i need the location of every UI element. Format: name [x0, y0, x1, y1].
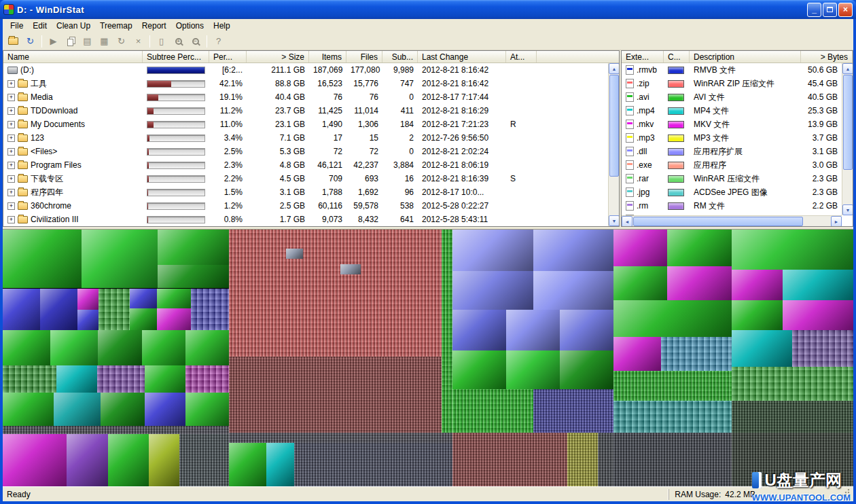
- treemap-block[interactable]: [3, 289, 40, 330]
- dir-column-header[interactable]: Name: [3, 51, 143, 62]
- dir-column-header[interactable]: Subtree Perc...: [143, 51, 209, 62]
- treemap-block[interactable]: [67, 434, 108, 486]
- treemap-block[interactable]: [185, 393, 229, 427]
- treemap-block[interactable]: [157, 289, 191, 308]
- zoom-out-button[interactable]: −: [188, 34, 203, 49]
- expand-toggle[interactable]: +: [7, 107, 15, 115]
- table-row[interactable]: +Media19.1%40.4 GB767602012-8-17 7:17:44: [3, 90, 608, 104]
- expand-toggle[interactable]: +: [7, 94, 15, 101]
- treemap-block[interactable]: [506, 310, 560, 350]
- dir-column-header[interactable]: Per...: [209, 51, 247, 62]
- treemap-block[interactable]: [732, 433, 853, 486]
- treemap-block[interactable]: [452, 389, 533, 433]
- treemap-block[interactable]: [613, 433, 732, 486]
- treemap-block[interactable]: [613, 371, 732, 401]
- treemap-block[interactable]: [613, 337, 661, 371]
- scrollbar-thumb[interactable]: [843, 75, 853, 170]
- scrollbar-thumb[interactable]: [609, 75, 619, 177]
- treemap-block[interactable]: [294, 443, 452, 486]
- treemap-block[interactable]: [452, 310, 506, 350]
- table-row[interactable]: .aviAVI 文件40.5 GB: [622, 90, 842, 104]
- scroll-down-arrow[interactable]: ▼: [609, 215, 620, 226]
- treemap-block[interactable]: [101, 393, 145, 427]
- treemap-block[interactable]: [732, 401, 853, 433]
- resize-grip[interactable]: [842, 488, 850, 497]
- table-row[interactable]: .rmRM 文件2.2 GB: [622, 199, 842, 213]
- table-row[interactable]: .rmvbRMVB 文件50.6 GB: [622, 63, 842, 77]
- treemap-block[interactable]: [179, 434, 229, 486]
- treemap-block[interactable]: [732, 367, 853, 401]
- menu-item-report[interactable]: Report: [137, 20, 171, 32]
- dir-column-header[interactable]: > Size: [247, 51, 309, 62]
- treemap-block[interactable]: [286, 249, 303, 259]
- treemap-block[interactable]: [191, 289, 229, 330]
- treemap-block[interactable]: [452, 433, 567, 486]
- maximize-button[interactable]: [823, 3, 837, 17]
- treemap-block[interactable]: [82, 230, 157, 288]
- table-row[interactable]: +TDDownload11.2%23.7 GB11,42511,01441120…: [3, 104, 608, 118]
- treemap-block[interactable]: [667, 266, 732, 300]
- close-button[interactable]: ×: [838, 3, 853, 17]
- extension-horizontal-scrollbar[interactable]: ◄ ►: [622, 215, 842, 226]
- table-row[interactable]: .mp4MP4 文件25.3 GB: [622, 104, 842, 118]
- treemap-block[interactable]: [613, 266, 667, 300]
- expand-toggle[interactable]: +: [7, 202, 15, 210]
- treemap-block[interactable]: [185, 365, 229, 392]
- treemap-block[interactable]: [783, 270, 853, 300]
- table-row[interactable]: (D:)[6:2...211.1 GB187,069177,0809,98920…: [3, 63, 608, 77]
- scrollbar-thumb[interactable]: [633, 217, 803, 226]
- treemap-block[interactable]: [98, 330, 142, 365]
- table-row[interactable]: +程序四年1.5%3.1 GB1,7881,692962012-8-17 10:…: [3, 185, 608, 199]
- table-row[interactable]: +工具42.1%88.8 GB16,52315,7767472012-8-21 …: [3, 77, 608, 90]
- resume-button[interactable]: ▶: [46, 34, 61, 49]
- scroll-left-arrow[interactable]: ◄: [622, 216, 632, 227]
- properties-button[interactable]: ▯: [154, 34, 169, 49]
- table-row[interactable]: .exe应用程序3.0 GB: [622, 158, 842, 172]
- treemap-block[interactable]: [792, 330, 853, 367]
- table-row[interactable]: +My Documents11.0%23.1 GB1,4901,30618420…: [3, 118, 608, 131]
- treemap-block[interactable]: [732, 330, 792, 367]
- treemap-block[interactable]: [613, 230, 667, 266]
- treemap-block[interactable]: [3, 426, 229, 434]
- clean-up-button[interactable]: ▦: [96, 34, 112, 49]
- expand-toggle[interactable]: +: [7, 216, 15, 223]
- copy-button[interactable]: [63, 34, 78, 49]
- zoom-in-button[interactable]: +: [171, 34, 186, 49]
- open-folder-button[interactable]: [5, 34, 21, 49]
- treemap-block[interactable]: [783, 300, 853, 330]
- table-row[interactable]: .rarWinRAR 压缩文件2.3 GB: [622, 172, 842, 185]
- expand-toggle[interactable]: +: [7, 175, 15, 183]
- ext-column-header[interactable]: C...: [664, 51, 690, 62]
- treemap-block[interactable]: [145, 393, 185, 427]
- treemap-block[interactable]: [142, 330, 185, 365]
- treemap-block[interactable]: [149, 434, 179, 486]
- treemap-block[interactable]: [3, 434, 67, 486]
- treemap-block[interactable]: [99, 289, 129, 330]
- treemap-block[interactable]: [130, 289, 157, 308]
- treemap-block[interactable]: [3, 393, 54, 427]
- table-row[interactable]: .dll应用程序扩展3.1 GB: [622, 145, 842, 158]
- treemap-block[interactable]: [158, 230, 229, 265]
- menu-item-file[interactable]: File: [5, 20, 28, 32]
- table-row[interactable]: +Program Files2.3%4.8 GB46,12142,2373,88…: [3, 158, 608, 172]
- dir-column-header[interactable]: Items: [309, 51, 346, 62]
- treemap-block[interactable]: [108, 434, 149, 486]
- treemap-block[interactable]: [185, 330, 229, 365]
- table-row[interactable]: .mp3MP3 文件3.7 GB: [622, 131, 842, 145]
- treemap-block[interactable]: [56, 365, 97, 392]
- delete-button[interactable]: ×: [130, 34, 146, 49]
- treemap-block[interactable]: [452, 271, 533, 310]
- menu-item-options[interactable]: Options: [171, 20, 209, 32]
- expand-toggle[interactable]: +: [7, 189, 15, 196]
- treemap-block[interactable]: [229, 433, 452, 443]
- treemap-block[interactable]: [506, 350, 560, 389]
- treemap-block[interactable]: [145, 365, 185, 392]
- table-row[interactable]: +<Files>2.5%5.3 GB727202012-8-21 2:02:24: [3, 145, 608, 158]
- minimize-button[interactable]: _: [807, 3, 821, 17]
- menu-item-treemap[interactable]: Treemap: [95, 20, 137, 32]
- ext-column-header[interactable]: Description: [690, 51, 801, 62]
- expand-toggle[interactable]: +: [7, 80, 15, 88]
- treemap-block[interactable]: [598, 433, 613, 486]
- scroll-right-arrow[interactable]: ►: [831, 216, 842, 227]
- treemap-block[interactable]: [452, 230, 533, 271]
